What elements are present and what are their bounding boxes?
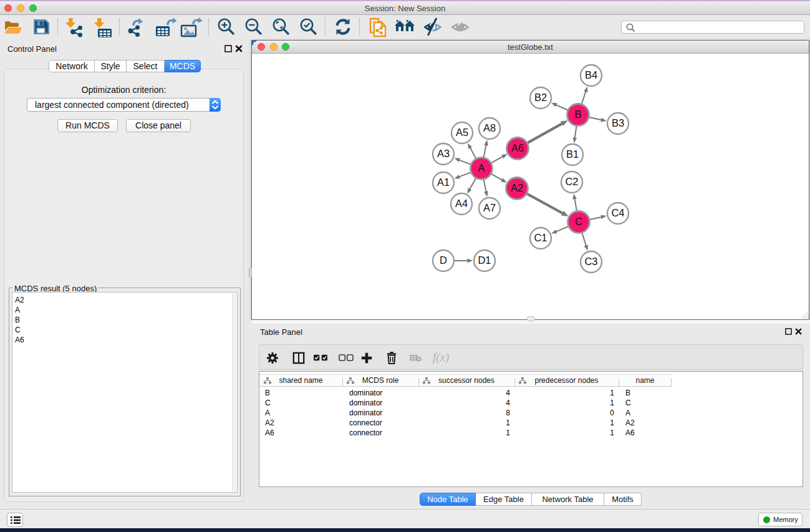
svg-text:A6: A6 (511, 142, 524, 153)
svg-text:C: C (575, 216, 582, 227)
svg-text:A2: A2 (511, 182, 523, 193)
svg-text:C1: C1 (534, 232, 547, 243)
svg-text:D1: D1 (478, 254, 491, 266)
svg-text:B1: B1 (566, 148, 579, 160)
svg-text:C2: C2 (565, 176, 578, 187)
svg-text:B: B (574, 109, 581, 120)
svg-text:A1: A1 (437, 177, 450, 188)
svg-text:B2: B2 (534, 92, 547, 103)
svg-text:A5: A5 (456, 127, 468, 138)
svg-text:A3: A3 (437, 148, 450, 159)
svg-text:A7: A7 (483, 202, 496, 213)
svg-text:C4: C4 (611, 207, 624, 218)
svg-text:A: A (478, 162, 485, 173)
svg-text:A4: A4 (455, 198, 468, 209)
svg-text:B4: B4 (585, 69, 597, 80)
svg-text:B3: B3 (612, 117, 624, 128)
svg-text:D: D (440, 254, 447, 266)
svg-text:A8: A8 (483, 122, 496, 133)
svg-text:C3: C3 (584, 256, 597, 267)
